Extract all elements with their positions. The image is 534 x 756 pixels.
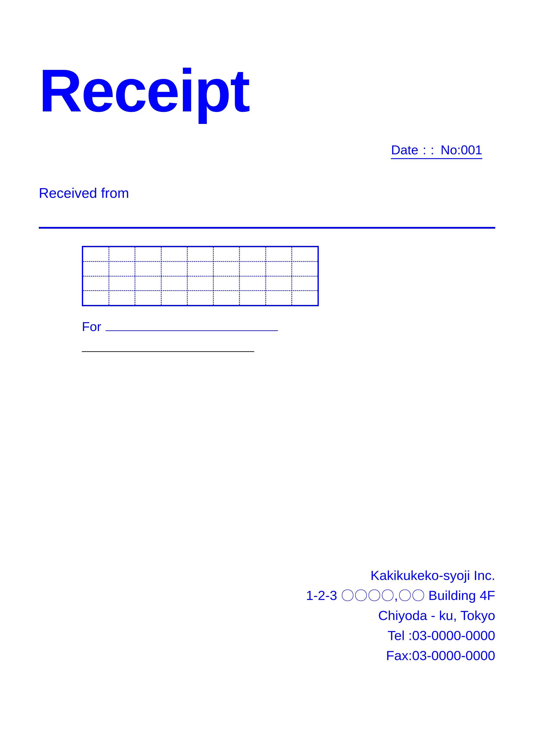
- company-name: Kakikukeko-syoji Inc.: [306, 565, 495, 585]
- amount-box: [82, 246, 319, 306]
- receipt-page: Receipt Date : : No:001 Received from: [0, 0, 534, 756]
- amount-row-1: [83, 247, 318, 262]
- extra-underline: [82, 351, 254, 352]
- amount-row-4: [83, 291, 318, 305]
- date-sep2: :: [431, 143, 434, 157]
- horizontal-divider: [39, 227, 495, 229]
- company-address1: 1-2-3 〇〇〇〇,〇〇 Building 4F: [306, 585, 495, 606]
- date-sep1: :: [423, 143, 426, 157]
- company-tel: Tel :03-0000-0000: [306, 625, 495, 645]
- amount-rows: [83, 247, 318, 305]
- date-block: Date : : No:001: [391, 143, 482, 159]
- company-address2: Chiyoda - ku, Tokyo: [306, 606, 495, 625]
- amount-row-3: [83, 277, 318, 291]
- receipt-title: Receipt: [39, 56, 495, 125]
- company-info: Kakikukeko-syoji Inc. 1-2-3 〇〇〇〇,〇〇 Buil…: [306, 565, 495, 665]
- for-line: For: [82, 319, 319, 334]
- date-no: No:001: [441, 143, 482, 157]
- for-underline: [106, 325, 278, 331]
- date-label: Date: [391, 143, 418, 157]
- amount-row-2: [83, 262, 318, 277]
- received-from-label: Received from: [39, 185, 495, 201]
- date-line-container: Date : : No:001: [39, 143, 495, 159]
- company-fax: Fax:03-0000-0000: [306, 645, 495, 665]
- for-label: For: [82, 319, 101, 334]
- amount-box-container: For: [82, 246, 319, 352]
